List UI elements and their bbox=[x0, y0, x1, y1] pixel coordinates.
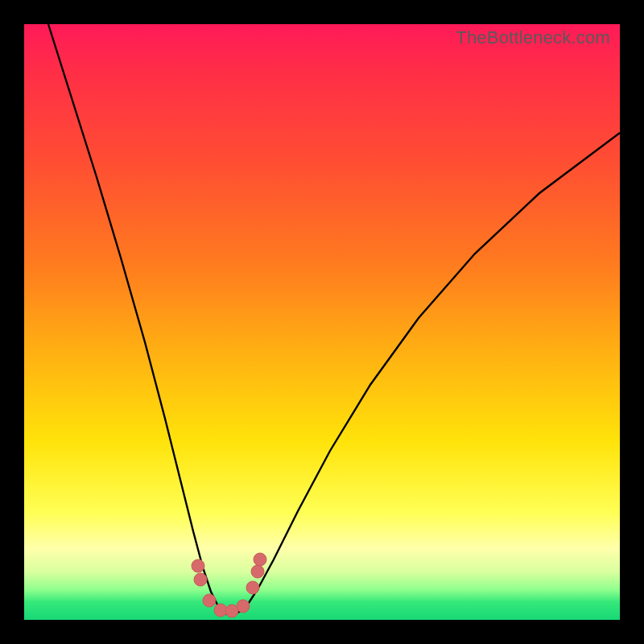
chart-frame: TheBottleneck.com bbox=[0, 0, 644, 644]
bottleneck-curve-path bbox=[48, 24, 620, 614]
plot-area: TheBottleneck.com bbox=[24, 24, 620, 620]
trough-marker bbox=[192, 559, 204, 572]
trough-marker bbox=[246, 581, 259, 594]
bottleneck-curve-svg bbox=[24, 24, 620, 620]
trough-marker bbox=[194, 573, 207, 586]
trough-marker bbox=[254, 553, 266, 566]
trough-marker bbox=[237, 600, 250, 613]
trough-marker bbox=[251, 565, 264, 578]
trough-marker bbox=[203, 594, 216, 607]
trough-markers-group bbox=[192, 553, 266, 617]
